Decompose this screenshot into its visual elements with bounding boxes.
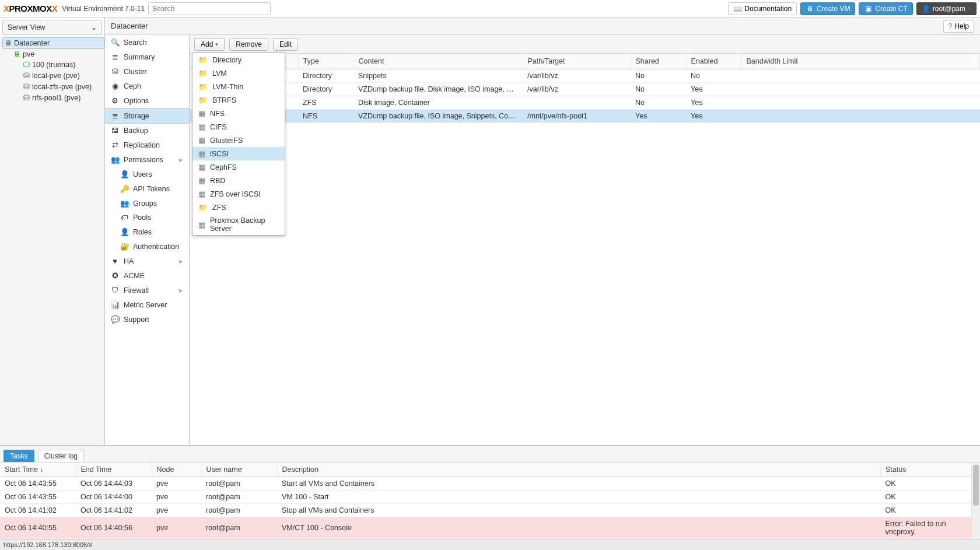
sidenav-item-users[interactable]: 👤Users [105,167,189,181]
cell: Oct 06 14:40:55 [0,517,76,539]
add-button[interactable]: Add ▾ [194,38,225,51]
col-header[interactable]: Shared [631,54,686,69]
add-menu-zfs-over-iscsi[interactable]: ▦ZFS over iSCSI [192,187,285,201]
sidenav-item-storage[interactable]: ≣Storage [105,108,189,124]
create-ct-button[interactable]: ▣Create CT [859,2,912,15]
storage-type-icon: ▦ [198,136,205,145]
add-menu-label: ZFS [212,204,226,212]
sidenav-item-permissions[interactable]: 👥Permissions▸ [105,152,189,167]
view-selector[interactable]: Server View⌄ [2,20,102,35]
scrollbar[interactable] [971,463,980,539]
sidenav-item-ceph[interactable]: ◉Ceph [105,79,189,93]
col-header[interactable]: Enabled [686,54,741,69]
add-menu-lvm-thin[interactable]: 📁LVM-Thin [192,80,285,93]
sidenav-item-roles[interactable]: 👤Roles [105,225,189,239]
storage-type-icon: 📁 [198,82,208,91]
add-menu-cephfs[interactable]: ▦CephFS [192,160,285,174]
create-vm-button[interactable]: 🖥Create VM [800,2,855,15]
add-menu-cifs[interactable]: ▦CIFS [192,120,285,134]
log-row[interactable]: Oct 06 14:40:18Oct 06 14:40:37pveroot@pa… [0,539,980,540]
log-row[interactable]: Oct 06 14:40:55Oct 06 14:40:56pveroot@pa… [0,517,980,539]
nav-label: HA [124,257,134,265]
col-header[interactable]: Content [354,54,523,69]
resource-tree[interactable]: 🖥Datacenter 🖥pve 🖵100 (truenas) ⛁local-p… [0,37,104,445]
nav-label: ACME [124,272,145,280]
log-panel: Tasks Cluster log Start Time ↓End TimeNo… [0,445,980,550]
cell: No [686,69,741,83]
nav-label: Storage [124,112,149,120]
user-menu-button[interactable]: 👤root@pam ▾ [916,2,977,15]
sidenav-item-options[interactable]: ⚙Options [105,93,189,108]
col-header[interactable]: Path/Target [523,54,631,69]
add-menu-iscsi[interactable]: ▦iSCSI [192,147,285,160]
tab-tasks[interactable]: Tasks [4,450,34,462]
sidenav-item-cluster[interactable]: ⛁Cluster [105,64,189,79]
tree-node-storage-local-pve[interactable]: ⛁local-pve (pve) [21,70,104,81]
server-icon: 🖥 [4,39,12,47]
table-row[interactable]: DirectoryVZDump backup file, Disk image,… [190,83,980,96]
log-row[interactable]: Oct 06 14:43:55Oct 06 14:44:03pveroot@pa… [0,477,980,491]
sidenav-item-firewall[interactable]: 🛡Firewall▸ [105,283,189,297]
add-menu-directory[interactable]: 📁Directory [192,53,285,66]
log-row[interactable]: Oct 06 14:43:55Oct 06 14:44:00pveroot@pa… [0,491,980,504]
sidenav-item-support[interactable]: 💬Support [105,312,189,327]
cell [523,96,631,110]
log-row[interactable]: Oct 06 14:41:02Oct 06 14:41:02pveroot@pa… [0,504,980,517]
add-storage-menu: 📁Directory📁LVM📁LVM-Thin📁BTRFS▦NFS▦CIFS▦G… [192,52,285,236]
sidenav-item-search[interactable]: 🔍Search [105,35,189,50]
col-header[interactable]: End Time [76,463,152,477]
col-header[interactable]: User name [201,463,277,477]
sidenav-item-ha[interactable]: ♥HA▸ [105,254,189,268]
sidenav-item-groups[interactable]: 👥Groups [105,196,189,211]
table-row[interactable]: NFSVZDump backup file, ISO image, Snippe… [190,110,980,123]
tree-node-datacenter[interactable]: 🖥Datacenter [2,37,104,49]
col-header[interactable]: Type [298,54,354,69]
add-menu-proxmox-backup-server[interactable]: ▦Proxmox Backup Server [192,214,285,235]
sidenav-item-metric-server[interactable]: 📊Metric Server [105,297,189,312]
add-menu-rbd[interactable]: ▦RBD [192,174,285,187]
cell: Oct 06 14:41:02 [76,504,152,517]
nav-label: Support [124,316,149,324]
sidenav-item-pools[interactable]: 🏷Pools [105,211,189,225]
top-bar: XPROXMOXX Virtual Environment 7.0-11 📖Do… [0,0,980,17]
remove-button[interactable]: Remove [229,38,268,51]
nav-label: Roles [133,228,152,236]
help-button[interactable]: ?Help [943,20,974,33]
storage-table: IDTypeContentPath/TargetSharedEnabledBan… [190,54,980,123]
col-header[interactable]: Status [881,463,980,477]
search-input[interactable] [148,2,271,15]
sidenav-item-replication[interactable]: ⇄Replication [105,138,189,152]
sidenav-item-backup[interactable]: 🖫Backup [105,124,189,138]
add-menu-glusterfs[interactable]: ▦GlusterFS [192,134,285,147]
nav-label: Replication [124,141,160,149]
chevron-down-icon: ⌄ [91,23,97,31]
add-menu-nfs[interactable]: ▦NFS [192,107,285,120]
table-row[interactable]: DirectorySnippets/var/lib/vzNoNo [190,69,980,83]
tab-cluster-log[interactable]: Cluster log [38,450,84,462]
add-menu-btrfs[interactable]: 📁BTRFS [192,93,285,107]
sidenav-item-summary[interactable]: ≣Summary [105,50,189,64]
tree-node-vm-100[interactable]: 🖵100 (truenas) [21,59,104,70]
documentation-button[interactable]: 📖Documentation [728,2,797,15]
col-header[interactable]: Description [277,463,881,477]
tree-node-pve[interactable]: 🖥pve [12,49,104,59]
sidenav-item-api-tokens[interactable]: 🔑API Tokens [105,181,189,196]
add-menu-zfs[interactable]: 📁ZFS [192,201,285,214]
tree-node-storage-local-zfs[interactable]: ⛁local-zfs-pve (pve) [21,81,104,92]
col-header[interactable]: Start Time ↓ [0,463,76,477]
sidenav-item-acme[interactable]: ✪ACME [105,268,189,283]
monitor-icon: 🖥 [806,5,814,13]
col-header[interactable]: Bandwidth Limit [741,54,980,69]
col-header[interactable]: Node [152,463,201,477]
add-menu-lvm[interactable]: 📁LVM [192,66,285,80]
edit-button[interactable]: Edit [273,38,298,51]
tree-node-storage-nfs-pool1[interactable]: ⛁nfs-pool1 (pve) [21,92,104,103]
sidenav-item-authentication[interactable]: 🔐Authentication [105,239,189,254]
cell: Oct 06 14:40:37 [76,539,152,540]
storage-type-icon: ▦ [198,149,205,158]
add-menu-label: GlusterFS [210,136,243,145]
nav-icon: 🔐 [120,242,128,251]
scrollbar-thumb[interactable] [973,465,979,506]
cell: Snippets [354,69,523,83]
table-row[interactable]: ZFSDisk image, ContainerNoYes [190,96,980,110]
